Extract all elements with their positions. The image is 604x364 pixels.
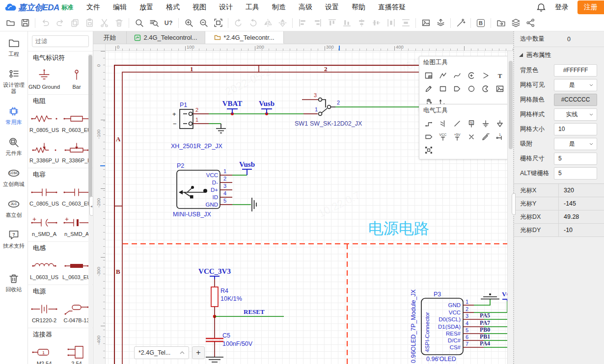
sidebar-item-lcsc-mall[interactable]: LCSC 立创商城 xyxy=(0,161,27,192)
tool-bus-icon[interactable] xyxy=(436,117,450,130)
tool-pie-icon[interactable] xyxy=(478,82,493,95)
tool-ground-icon[interactable] xyxy=(478,117,493,130)
cut-icon[interactable] xyxy=(98,17,110,29)
menu-settings[interactable]: 设置 xyxy=(319,3,345,12)
tool-polyline-icon[interactable] xyxy=(436,69,450,82)
drawing-tools-panel[interactable]: 绘图工具— T xyxy=(419,56,513,111)
tool-polygon-icon[interactable] xyxy=(450,82,464,95)
menu-place[interactable]: 放置 xyxy=(133,3,160,12)
library-item-resistor-us[interactable]: R_0805_US xyxy=(28,107,60,137)
tool-bezier-icon[interactable] xyxy=(450,69,464,82)
tool-circle-icon[interactable] xyxy=(464,82,478,95)
library-item-gnd[interactable]: GND Ground xyxy=(28,64,60,94)
sheet-tab[interactable]: *2.4G_Tel... xyxy=(134,346,189,359)
library-collapse-handle[interactable]: ◂ xyxy=(89,196,93,216)
library-section-title[interactable]: 电感 xyxy=(28,241,93,254)
gnd-symbol-earth[interactable] xyxy=(474,293,499,305)
share-icon[interactable] xyxy=(524,17,537,29)
tool-vcc-flag-icon[interactable]: VCC xyxy=(436,130,450,143)
electrical-tools-panel[interactable]: 电气工具— N VCC +5V 1 xyxy=(419,104,513,159)
flip-vertical-icon[interactable] xyxy=(276,17,289,29)
library-item-cap-1[interactable]: C_0805_US xyxy=(28,181,60,211)
net-wire-vbat[interactable]: VBAT Vusb xyxy=(209,100,303,115)
align-right-icon[interactable] xyxy=(311,17,324,29)
library-item-pot-us[interactable]: R_3386P_U xyxy=(28,137,60,168)
snap-size-input[interactable] xyxy=(554,153,597,165)
component-p3[interactable]: 0.96OLED_7P_Module_JX P3 4SPI-Connector … xyxy=(410,289,513,363)
tool-probe-icon[interactable] xyxy=(478,130,493,143)
zoom-fit-icon[interactable] xyxy=(212,17,224,29)
add-sheet-button[interactable]: + xyxy=(192,346,205,359)
tool-arc-icon[interactable] xyxy=(464,69,478,82)
snap-select[interactable]: 是 xyxy=(554,138,597,150)
flip-horizontal-icon[interactable] xyxy=(261,17,274,29)
menu-live-qa[interactable]: 直播答疑 xyxy=(372,3,412,12)
zoom-out-icon[interactable] xyxy=(197,17,210,29)
tool-pin-icon[interactable]: 1 xyxy=(493,130,507,143)
align-left-icon[interactable] xyxy=(296,17,309,29)
paste-icon[interactable] xyxy=(83,17,96,29)
tool-image-icon[interactable] xyxy=(493,82,507,95)
net-wire-reset[interactable]: RESET xyxy=(213,308,284,318)
align-top-icon[interactable] xyxy=(326,17,338,29)
distribute-horizontal-icon[interactable] xyxy=(384,17,397,29)
tool-group-icon[interactable] xyxy=(421,143,436,156)
undo-icon[interactable] xyxy=(39,17,52,29)
rotate-left-icon[interactable] xyxy=(232,17,245,29)
sidebar-item-common-library[interactable]: 常用库 xyxy=(0,100,27,130)
layers-icon[interactable] xyxy=(509,17,522,29)
tool-netlabel-icon[interactable]: N xyxy=(464,117,478,130)
bom-icon[interactable]: B xyxy=(474,17,487,29)
copy-icon[interactable] xyxy=(68,17,81,29)
library-scrollbar-thumb[interactable] xyxy=(88,55,92,207)
sidebar-item-tech-support[interactable]: ? 技术支持 xyxy=(0,223,27,254)
find-net-icon[interactable]: U? xyxy=(162,17,175,29)
menu-format[interactable]: 格式 xyxy=(160,3,186,12)
canvas-scrollbar-thumb[interactable] xyxy=(509,61,513,149)
align-center-horizontal-icon[interactable] xyxy=(355,17,368,29)
menu-fabrication[interactable]: 制造 xyxy=(266,3,292,12)
library-section-title[interactable]: 电阻 xyxy=(28,94,93,107)
library-section-title[interactable]: 电气标识符 xyxy=(28,51,93,64)
sidebar-item-jlc[interactable]: JLC 嘉立创 xyxy=(0,192,27,223)
notification-bell-icon[interactable] xyxy=(536,2,546,12)
find-replace-icon[interactable] xyxy=(147,17,160,29)
grid-color-input[interactable] xyxy=(554,94,597,106)
panel-resize-handle[interactable] xyxy=(512,193,516,215)
menu-tools[interactable]: 工具 xyxy=(239,3,266,12)
menu-file[interactable]: 文件 xyxy=(80,3,107,12)
align-center-vertical-icon[interactable] xyxy=(370,17,383,29)
project-history-icon[interactable] xyxy=(494,17,507,29)
magic-wand-icon[interactable] xyxy=(454,17,467,29)
grid-style-select[interactable]: 实线 xyxy=(554,108,597,121)
tool-pencil-icon[interactable] xyxy=(421,82,436,95)
rotate-right-icon[interactable] xyxy=(247,17,259,29)
image-import-icon[interactable] xyxy=(419,17,432,29)
register-button[interactable]: 注册 xyxy=(577,0,604,14)
gnd-symbol[interactable] xyxy=(209,124,226,133)
align-bottom-icon[interactable] xyxy=(340,17,353,29)
menu-help[interactable]: 帮助 xyxy=(345,3,372,12)
library-section-title[interactable]: 电容 xyxy=(28,168,93,181)
tool-signal-ground-icon[interactable] xyxy=(493,117,507,130)
tab-schematic-doc-active[interactable]: *2.4G_Telecontr... xyxy=(205,31,284,44)
tool-line-icon[interactable] xyxy=(450,117,464,130)
sidebar-item-project[interactable]: 工程 xyxy=(0,31,27,62)
tool-netflag-icon[interactable] xyxy=(421,130,436,143)
tab-start[interactable]: 开始 xyxy=(93,31,127,44)
import-changes-icon[interactable] xyxy=(434,17,447,29)
delete-icon[interactable] xyxy=(112,17,125,29)
search-icon[interactable] xyxy=(133,17,145,29)
menu-advanced[interactable]: 高级 xyxy=(292,3,319,12)
tool-rectangle-icon[interactable] xyxy=(436,82,450,95)
component-p2[interactable]: P2 VCC D- D+ ID xyxy=(173,162,232,218)
sidebar-item-design-manager[interactable]: 设计管理器 xyxy=(0,62,27,100)
tool-no-connect-icon[interactable] xyxy=(464,130,478,143)
library-item-conn-1p[interactable]: 1 M2.54 xyxy=(28,340,60,364)
menu-edit[interactable]: 编辑 xyxy=(107,3,133,12)
menu-design[interactable]: 设计 xyxy=(213,3,239,12)
schematic-sheet[interactable]: 2022-05-2 10.22.0.7 7641 1 2 A B xyxy=(106,51,513,364)
gnd-symbol-sideways[interactable] xyxy=(232,198,256,211)
sidebar-item-component-library[interactable]: 元件库 xyxy=(0,130,27,161)
tool-text-icon[interactable]: T xyxy=(493,69,507,82)
